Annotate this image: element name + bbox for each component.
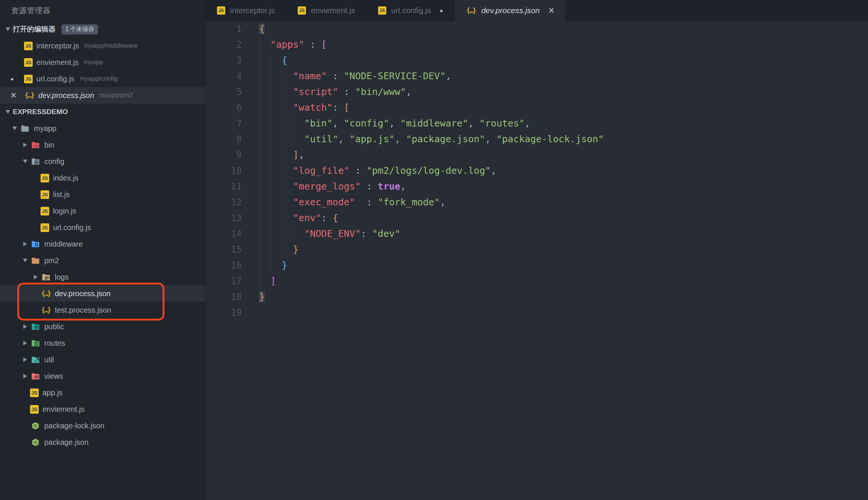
tree-item-package-lock.json[interactable]: package-lock.json	[0, 417, 205, 434]
chevron-collapsed-icon[interactable]	[20, 140, 30, 149]
line-number: 7	[206, 116, 259, 131]
indent-guide	[293, 116, 293, 131]
code-line[interactable]: 19	[206, 305, 868, 321]
code-line[interactable]: 5 "script" : "bin/www",	[206, 84, 868, 100]
tree-item-label: enviement.js	[42, 405, 84, 414]
tree-item-public[interactable]: public	[0, 318, 205, 335]
file-name: enviement.js	[36, 58, 78, 67]
tree-item-package.json[interactable]: package.json	[0, 434, 205, 450]
tree-item-views[interactable]: views	[0, 368, 205, 384]
tab-interceptor.js[interactable]: JSinterceptor.js	[206, 0, 286, 21]
code-line[interactable]: 7 "bin", "config", "middleware", "routes…	[206, 116, 868, 131]
code-line[interactable]: 15 }	[206, 242, 868, 258]
chevron-expanded-icon[interactable]	[20, 157, 30, 166]
tree-item-label: config	[44, 157, 64, 166]
chevron-collapsed-icon[interactable]	[20, 239, 30, 248]
line-number: 5	[206, 84, 259, 100]
chevron-expanded-icon[interactable]	[10, 124, 20, 133]
tree-item-label: myapp	[34, 124, 56, 133]
js-file-icon: JS	[24, 42, 33, 50]
tree-item-label: util	[44, 355, 54, 364]
tree-item-list.js[interactable]: JSlist.js	[0, 186, 205, 203]
project-header[interactable]: EXPRESSDEMO	[0, 104, 205, 120]
tab-dev.process.json[interactable]: {…}dev.process.json×	[455, 0, 566, 21]
code-line[interactable]: 18}	[206, 289, 868, 305]
chevron-collapsed-icon[interactable]	[20, 339, 30, 348]
code-line-content: "NODE_ENV": "dev"	[259, 226, 400, 242]
tree-item-app.js[interactable]: JSapp.js	[0, 384, 205, 401]
close-icon[interactable]: ×	[549, 6, 555, 16]
indent-guide	[270, 68, 271, 84]
code-line[interactable]: 2 "apps" : [	[206, 37, 868, 53]
code-line-content: }	[259, 289, 265, 305]
tree-item-login.js[interactable]: JSlogin.js	[0, 203, 205, 219]
folder-icon	[30, 256, 41, 265]
tree-item-config[interactable]: config	[0, 153, 205, 170]
indent-guide	[259, 131, 259, 147]
code-line[interactable]: 13 "env": {	[206, 210, 868, 226]
tree-item-logs[interactable]: logs	[0, 269, 205, 285]
js-file-icon: JS	[41, 223, 49, 232]
code-line-content: "log_file" : "pm2/logs/log-dev.log",	[259, 163, 496, 179]
code-line[interactable]: 10 "log_file" : "pm2/logs/log-dev.log",	[206, 163, 868, 179]
code-line-content: "name" : "NODE-SERVICE-DEV",	[259, 68, 451, 84]
tab-enviement.js[interactable]: JSenviement.js	[286, 0, 367, 21]
tree-item-label: list.js	[53, 190, 69, 199]
code-line[interactable]: 1{	[206, 21, 868, 37]
code-editor[interactable]: 1{2 "apps" : [3 {4 "name" : "NODE-SERVIC…	[206, 21, 868, 500]
code-line-content: {	[259, 53, 287, 68]
chevron-collapsed-icon[interactable]	[20, 322, 30, 331]
code-line[interactable]: 14 "NODE_ENV": "dev"	[206, 226, 868, 242]
tree-item-util[interactable]: util	[0, 351, 205, 368]
chevron-collapsed-icon[interactable]	[20, 355, 30, 364]
indent-guide	[259, 242, 259, 258]
tree-item-bin[interactable]: bin	[0, 137, 205, 153]
tree-item-url.config.js[interactable]: JSurl.config.js	[0, 219, 205, 236]
tree-item-label: dev.process.json	[55, 289, 111, 298]
line-number: 19	[206, 305, 259, 321]
file-tree: myappbinconfigJSindex.jsJSlist.jsJSlogin…	[0, 120, 205, 450]
tree-item-enviement.js[interactable]: JSenviement.js	[0, 401, 205, 417]
twistie-spacer	[20, 405, 30, 414]
code-line[interactable]: 11 "merge_logs" : true,	[206, 179, 868, 194]
tree-item-pm2[interactable]: pm2	[0, 252, 205, 269]
open-editor-url.config.js[interactable]: ●JSurl.config.jsmyapp/config	[0, 71, 205, 87]
open-editor-dev.process.json[interactable]: ×{…}dev.process.jsonmyapp/pm2	[0, 87, 205, 104]
file-name: dev.process.json	[38, 91, 94, 100]
chevron-collapsed-icon[interactable]	[31, 273, 41, 282]
chevron-expanded-icon[interactable]	[20, 256, 30, 265]
close-icon[interactable]: ×	[11, 90, 24, 101]
line-number: 15	[206, 242, 259, 258]
tree-item-middleware[interactable]: middleware	[0, 236, 205, 252]
tree-item-index.js[interactable]: JSindex.js	[0, 170, 205, 186]
code-line[interactable]: 4 "name" : "NODE-SERVICE-DEV",	[206, 68, 868, 84]
tree-item-routes[interactable]: routes	[0, 335, 205, 351]
indent-guide	[282, 163, 282, 179]
chevron-expanded-icon	[3, 107, 13, 116]
tree-item-label: index.js	[53, 174, 78, 182]
indent-guide	[259, 68, 259, 84]
code-line[interactable]: 16 }	[206, 258, 868, 273]
twistie-spacer	[31, 173, 41, 182]
tree-item-label: url.config.js	[53, 223, 91, 232]
chevron-collapsed-icon[interactable]	[20, 372, 30, 381]
code-line[interactable]: 12 "exec_mode" : "fork_mode",	[206, 194, 868, 210]
code-line[interactable]: 8 "util", "app.js", "package.json", "pac…	[206, 131, 868, 147]
indent-guide	[259, 84, 259, 100]
tab-url.config.js[interactable]: JSurl.config.js●	[367, 0, 455, 21]
open-editors-label: 打开的编辑器	[13, 24, 56, 34]
code-line[interactable]: 17 ]	[206, 273, 868, 289]
open-editor-interceptor.js[interactable]: JSinterceptor.jsmyapp/middleware	[0, 38, 205, 54]
indent-guide	[282, 226, 282, 242]
tree-item-dev.process.json[interactable]: {…}dev.process.json	[0, 285, 205, 302]
open-editor-enviement.js[interactable]: JSenviement.jsmyapp	[0, 54, 205, 71]
code-line[interactable]: 9 ],	[206, 147, 868, 163]
tree-item-myapp[interactable]: myapp	[0, 120, 205, 137]
node-package-icon	[30, 421, 41, 430]
code-line[interactable]: 6 "watch": [	[206, 100, 868, 116]
code-line[interactable]: 3 {	[206, 53, 868, 68]
tree-item-test.process.json[interactable]: {…}test.process.json	[0, 302, 205, 318]
file-path: myapp/pm2	[99, 92, 133, 99]
open-editors-header[interactable]: 打开的编辑器 1 个未保存	[0, 21, 205, 38]
code-line-content: "exec_mode" : "fork_mode",	[259, 194, 446, 210]
